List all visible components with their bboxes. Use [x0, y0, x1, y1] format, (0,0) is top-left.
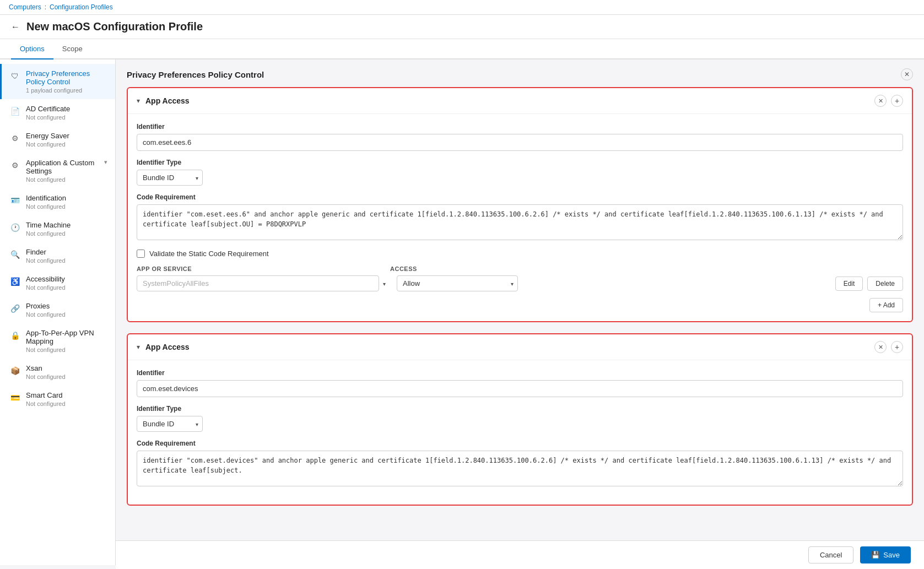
card2-identifier-type-field-group: Identifier Type Bundle ID Path ▾ [137, 405, 903, 432]
access-select[interactable]: Allow Deny [397, 275, 518, 291]
card2-title: App Access [145, 343, 190, 351]
proxies-icon: 🔗 [9, 303, 20, 314]
sidebar-item-privacy-preferences[interactable]: 🛡 Privacy Preferences Policy Control 1 p… [0, 64, 115, 99]
sidebar-item-smart-card[interactable]: 💳 Smart Card Not configured [0, 386, 115, 413]
card2-code-req-field-group: Code Requirement identifier "com.eset.de… [137, 440, 903, 488]
xsan-icon: 📦 [9, 365, 20, 376]
edit-button[interactable]: Edit [835, 277, 863, 291]
sidebar-sub-smart-card: Not configured [26, 400, 66, 407]
tab-scope[interactable]: Scope [53, 39, 91, 59]
breadcrumb-sep: : [45, 3, 46, 11]
card2-code-req-label: Code Requirement [137, 440, 903, 447]
identifier-type-field-group: Identifier Type Bundle ID Path ▾ [137, 159, 903, 186]
tab-options[interactable]: Options [11, 39, 53, 59]
page-title: New macOS Configuration Profile [26, 20, 203, 33]
identifier-label: Identifier [137, 123, 903, 131]
card2-identifier-type-select-wrapper: Bundle ID Path ▾ [137, 416, 203, 432]
sidebar-sub-energy: Not configured [26, 141, 69, 148]
sidebar-label-xsan: Xsan [26, 364, 66, 372]
add-app-service-button[interactable]: + Add [869, 298, 903, 312]
card2-remove-button[interactable]: ✕ [874, 341, 887, 353]
smart-card-icon: 💳 [9, 392, 20, 403]
code-req-label: Code Requirement [137, 193, 903, 201]
card2-body: Identifier Identifier Type Bundle ID Pat… [128, 360, 912, 505]
row-actions: Edit Delete [835, 277, 903, 291]
table-header: APP OR SERVICE ACCESS [137, 265, 903, 272]
card1-chevron-icon[interactable]: ▾ [137, 97, 140, 105]
sidebar-label-vpn: App-To-Per-App VPN Mapping [26, 329, 107, 345]
card2-identifier-field-group: Identifier [137, 369, 903, 397]
sidebar-item-time-machine[interactable]: 🕐 Time Machine Not configured [0, 215, 115, 242]
sidebar-sub-app-custom: Not configured [26, 176, 99, 183]
identifier-input[interactable] [137, 134, 903, 151]
sidebar-sub-accessibility: Not configured [26, 284, 66, 291]
breadcrumb-computers[interactable]: Computers [9, 3, 41, 11]
sidebar-item-app-custom-settings[interactable]: ⚙ Application & Custom Settings Not conf… [0, 153, 115, 188]
sidebar-item-ad-certificate[interactable]: 📄 AD Certificate Not configured [0, 99, 115, 126]
sidebar-item-proxies[interactable]: 🔗 Proxies Not configured [0, 296, 115, 323]
sidebar-item-xsan[interactable]: 📦 Xsan Not configured [0, 359, 115, 386]
card1-add-button[interactable]: + [891, 95, 903, 107]
sidebar-item-finder[interactable]: 🔍 Finder Not configured [0, 242, 115, 269]
app-service-select-wrapper: SystemPolicyAllFiles ▾ [137, 275, 390, 291]
section-title: Privacy Preferences Policy Control [127, 70, 264, 79]
sidebar-sub-finder: Not configured [26, 257, 66, 264]
section-close-button[interactable]: ✕ [901, 68, 913, 80]
cancel-button[interactable]: Cancel [808, 546, 853, 563]
card2-code-req-textarea[interactable]: identifier "com.eset.devices" and anchor… [137, 451, 903, 486]
sidebar-label-finder: Finder [26, 248, 66, 256]
sidebar-label-proxies: Proxies [26, 302, 66, 310]
card2-header: ▾ App Access ✕ + [128, 334, 912, 360]
delete-button[interactable]: Delete [867, 277, 903, 291]
col-access-header: ACCESS [390, 265, 903, 272]
back-button[interactable]: ← [11, 22, 20, 32]
card2-add-button[interactable]: + [891, 341, 903, 353]
sidebar-sub-vpn: Not configured [26, 346, 107, 353]
col-app-header: APP OR SERVICE [137, 265, 390, 272]
sidebar-item-accessibility[interactable]: ♿ Accessibility Not configured [0, 269, 115, 296]
sidebar-label-identification: Identification [26, 194, 66, 202]
sidebar-sub-privacy: 1 payload configured [26, 87, 107, 94]
table-row: SystemPolicyAllFiles ▾ Allow Deny [137, 275, 903, 291]
accessibility-icon: ♿ [9, 276, 20, 287]
sidebar-label-accessibility: Accessibility [26, 275, 66, 283]
vpn-icon: 🔒 [9, 330, 20, 341]
card1-remove-button[interactable]: ✕ [874, 95, 887, 107]
add-row-container: + Add [137, 298, 903, 312]
identifier-type-select-wrapper: Bundle ID Path ▾ [137, 170, 203, 186]
sidebar-item-energy-saver[interactable]: ⚙ Energy Saver Not configured [0, 126, 115, 153]
sidebar-sub-proxies: Not configured [26, 311, 66, 318]
validate-checkbox[interactable] [137, 250, 145, 258]
code-req-textarea[interactable]: identifier "com.eset.ees.6" and anchor a… [137, 204, 903, 240]
sidebar: 🛡 Privacy Preferences Policy Control 1 p… [0, 59, 116, 565]
sidebar-sub-ad-cert: Not configured [26, 114, 70, 121]
shield-icon: 🛡 [9, 71, 20, 82]
sidebar-label-privacy: Privacy Preferences Policy Control [26, 69, 107, 86]
app-service-table: APP OR SERVICE ACCESS SystemPolicyAllFil… [137, 265, 903, 291]
sidebar-label-smart-card: Smart Card [26, 391, 66, 399]
content-area: Privacy Preferences Policy Control ✕ ▾ A… [116, 59, 924, 565]
card1-title: App Access [145, 96, 190, 105]
app-access-card-1: ▾ App Access ✕ + Identifier [127, 87, 913, 322]
save-label: Save [883, 551, 900, 559]
card2-identifier-type-label: Identifier Type [137, 405, 903, 413]
save-button[interactable]: 💾 Save [860, 546, 911, 563]
breadcrumb: Computers : Configuration Profiles [0, 0, 924, 15]
card2-identifier-type-select[interactable]: Bundle ID Path [137, 416, 203, 432]
breadcrumb-profiles[interactable]: Configuration Profiles [50, 3, 113, 11]
sidebar-item-vpn-mapping[interactable]: 🔒 App-To-Per-App VPN Mapping Not configu… [0, 323, 115, 359]
sidebar-sub-xsan: Not configured [26, 373, 66, 380]
app-service-select[interactable]: SystemPolicyAllFiles [137, 275, 379, 291]
access-select-wrapper: Allow Deny ▾ [397, 275, 518, 291]
certificate-icon: 📄 [9, 106, 20, 117]
app-access-card-2: ▾ App Access ✕ + Identifier [127, 333, 913, 506]
sidebar-item-identification[interactable]: 🪪 Identification Not configured [0, 188, 115, 215]
identifier-type-label: Identifier Type [137, 159, 903, 166]
sidebar-label-time-machine: Time Machine [26, 221, 71, 229]
card2-chevron-icon[interactable]: ▾ [137, 343, 140, 351]
card2-identifier-input[interactable] [137, 380, 903, 397]
identifier-type-select[interactable]: Bundle ID Path [137, 170, 203, 186]
code-req-field-group: Code Requirement identifier "com.eset.ee… [137, 193, 903, 242]
page-header: ← New macOS Configuration Profile [0, 15, 924, 39]
app-or-service-cell: SystemPolicyAllFiles ▾ [137, 275, 390, 291]
